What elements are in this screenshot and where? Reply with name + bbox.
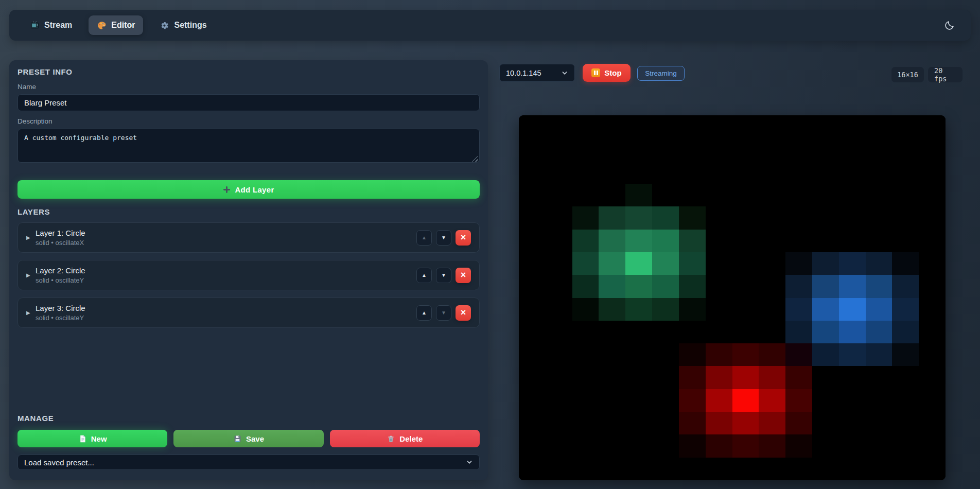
move-up-button[interactable]: ▲ (416, 230, 432, 246)
led-cell (732, 343, 759, 366)
led-cell (892, 389, 919, 412)
led-cell (919, 138, 946, 161)
collapse-arrow-icon[interactable]: ▶ (26, 235, 36, 240)
led-cell (519, 206, 546, 229)
move-up-button[interactable]: ▲ (416, 268, 432, 283)
add-layer-button[interactable]: Add Layer (18, 180, 480, 199)
led-cell (599, 298, 625, 321)
led-cell (706, 115, 732, 138)
led-cell (919, 298, 946, 321)
led-cell (759, 389, 785, 412)
led-cell (732, 138, 759, 161)
led-cell (546, 230, 572, 252)
led-cell (839, 412, 866, 434)
led-cell (866, 389, 892, 412)
led-cell (519, 138, 546, 161)
led-cell (572, 275, 599, 298)
led-cell (706, 138, 732, 161)
led-cell (546, 412, 572, 434)
floppy-icon (233, 434, 242, 443)
stop-stream-button[interactable]: Stop (583, 64, 631, 82)
led-cell (546, 138, 572, 161)
led-cell (866, 230, 892, 252)
led-cell (546, 275, 572, 298)
led-cell (892, 366, 919, 389)
led-cell (812, 343, 839, 366)
led-cell (519, 230, 546, 252)
led-cell (759, 458, 785, 480)
add-layer-label: Add Layer (235, 185, 274, 194)
nav-tabs: Stream Editor Settings (22, 15, 215, 35)
collapse-arrow-icon[interactable]: ▶ (26, 272, 36, 278)
led-cell (919, 184, 946, 206)
led-cell (519, 389, 546, 412)
led-cell (625, 343, 652, 366)
save-preset-button[interactable]: Save (173, 430, 323, 447)
move-down-button[interactable]: ▼ (436, 230, 451, 246)
new-preset-button[interactable]: New (18, 430, 167, 447)
tab-editor[interactable]: Editor (89, 15, 143, 35)
led-cell (732, 321, 759, 343)
chevron-down-icon (466, 459, 473, 466)
matrix-size-label: 16×16 (897, 71, 918, 79)
delete-layer-button[interactable]: × (456, 230, 471, 246)
led-cell (599, 161, 625, 184)
led-cell (759, 366, 785, 389)
led-cell (866, 138, 892, 161)
delete-layer-button[interactable]: × (456, 305, 471, 321)
led-cell (759, 434, 785, 457)
led-cell (572, 366, 599, 389)
layer-title: Layer 2: Circle (36, 266, 85, 275)
led-cell (546, 321, 572, 343)
led-cell (866, 275, 892, 298)
description-label: Description (18, 117, 480, 126)
document-icon (78, 434, 87, 443)
led-cell (625, 184, 652, 206)
delete-button-label: Delete (399, 434, 423, 443)
led-cell (892, 252, 919, 275)
delete-layer-button[interactable]: × (456, 268, 471, 283)
preset-description-textarea[interactable]: A custom configurable preset (18, 129, 480, 163)
led-cell (679, 298, 706, 321)
led-cell (652, 458, 679, 480)
led-cell (812, 115, 839, 138)
led-cell (546, 206, 572, 229)
streaming-status-badge[interactable]: Streaming (637, 66, 685, 81)
move-down-button[interactable]: ▼ (436, 268, 451, 283)
pause-icon (591, 68, 600, 77)
led-cell (706, 161, 732, 184)
led-cell (892, 343, 919, 366)
led-cell (679, 138, 706, 161)
collapse-arrow-icon[interactable]: ▶ (26, 310, 36, 316)
led-cell (679, 412, 706, 434)
led-cell (892, 115, 919, 138)
led-cell (706, 321, 732, 343)
led-cell (892, 298, 919, 321)
device-select[interactable]: 10.0.1.145 (499, 64, 575, 82)
led-cell (706, 298, 732, 321)
tab-stream[interactable]: Stream (22, 15, 80, 35)
delete-preset-button[interactable]: Delete (330, 430, 480, 447)
move-down-button[interactable]: ▼ (436, 305, 451, 321)
load-preset-select[interactable]: Load saved preset... (18, 455, 480, 470)
preset-name-input[interactable] (18, 94, 480, 111)
theme-toggle-button[interactable] (941, 16, 958, 34)
led-cell (785, 275, 812, 298)
led-cell (919, 115, 946, 138)
manage-section: MANAGE New (18, 414, 480, 470)
led-cell (546, 458, 572, 480)
led-cell (759, 206, 785, 229)
led-cell (812, 321, 839, 343)
led-cell (625, 206, 652, 229)
led-cell (706, 206, 732, 229)
led-cell (812, 412, 839, 434)
led-cell (812, 161, 839, 184)
tab-settings[interactable]: Settings (151, 15, 215, 35)
led-cell (679, 458, 706, 480)
led-cell (546, 298, 572, 321)
preset-editor-panel: PRESET INFO Name Description A custom co… (9, 60, 488, 480)
led-cell (785, 343, 812, 366)
led-cell (839, 275, 866, 298)
move-up-button[interactable]: ▲ (416, 305, 432, 321)
led-cell (706, 458, 732, 480)
